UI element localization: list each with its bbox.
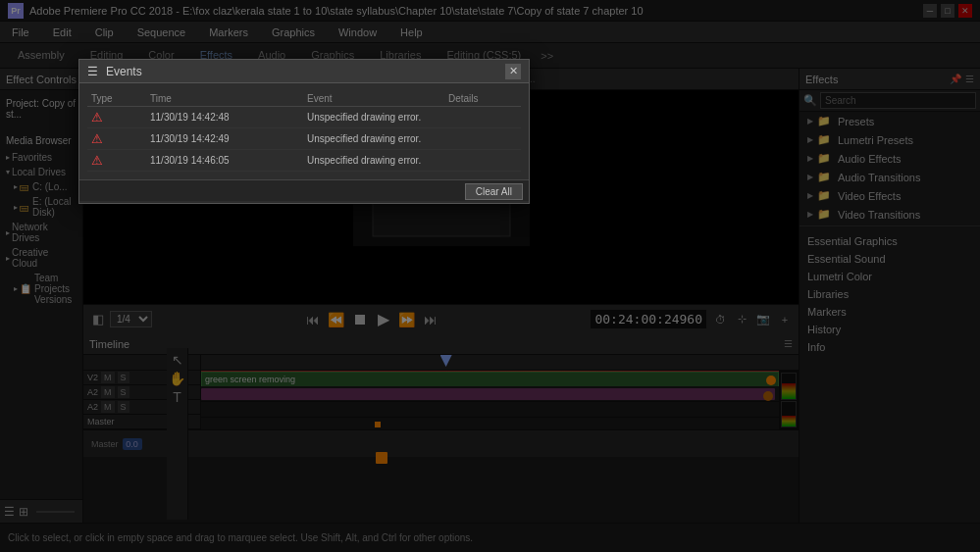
event-row-1[interactable]: ⚠ 11/30/19 14:42:48 Unspecified drawing … (87, 107, 521, 128)
warning-icon-3: ⚠ (91, 153, 150, 168)
event-desc-1: Unspecified drawing error. (307, 112, 448, 123)
warning-icon-1: ⚠ (91, 110, 150, 125)
modal-close-button[interactable]: ✕ (505, 64, 521, 79)
event-desc-3: Unspecified drawing error. (307, 155, 448, 166)
warning-icon-2: ⚠ (91, 131, 150, 146)
event-time-2: 11/30/19 14:42:49 (150, 133, 307, 144)
event-time-1: 11/30/19 14:42:48 (150, 112, 307, 123)
col-details: Details (448, 93, 517, 104)
col-time: Time (150, 93, 307, 104)
modal-title-bar: ☰ Events ✕ (79, 60, 529, 83)
event-row-3[interactable]: ⚠ 11/30/19 14:46:05 Unspecified drawing … (87, 150, 521, 172)
clear-all-button[interactable]: Clear All (465, 183, 523, 200)
modal-title: Events (106, 65, 505, 78)
col-type: Type (91, 93, 150, 104)
event-row-2[interactable]: ⚠ 11/30/19 14:42:49 Unspecified drawing … (87, 128, 521, 150)
modal-menu-icon[interactable]: ☰ (87, 65, 98, 78)
modal-content: Type Time Event Details ⚠ 11/30/19 14:42… (79, 83, 529, 179)
events-table-header: Type Time Event Details (87, 91, 521, 107)
modal-footer: Clear All (79, 179, 529, 201)
col-event: Event (307, 93, 448, 104)
event-time-3: 11/30/19 14:46:05 (150, 155, 307, 166)
events-modal: ☰ Events ✕ Type Time Event Details ⚠ 11/… (78, 59, 530, 204)
event-desc-2: Unspecified drawing error. (307, 133, 448, 144)
modal-overlay: ☰ Events ✕ Type Time Event Details ⚠ 11/… (0, 0, 980, 552)
